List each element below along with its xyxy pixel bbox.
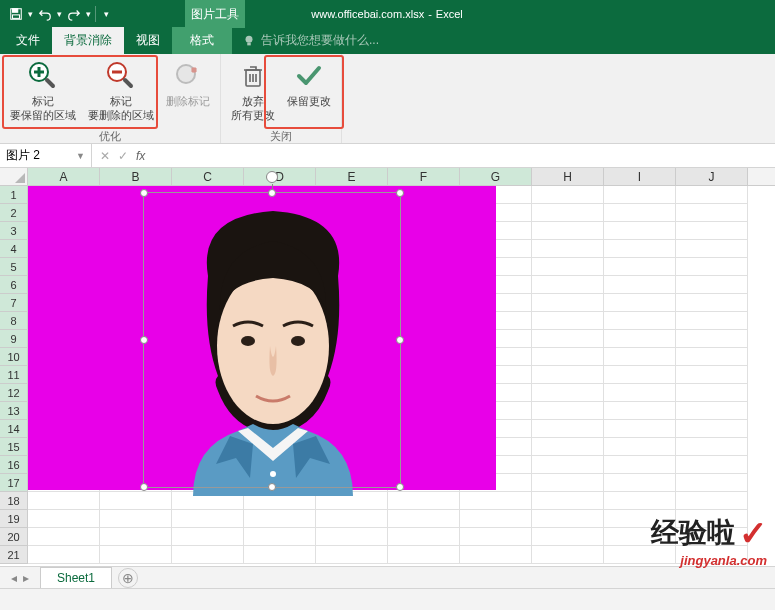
cell[interactable] (244, 510, 316, 528)
cell[interactable] (604, 366, 676, 384)
cell[interactable] (676, 258, 748, 276)
cell[interactable] (100, 510, 172, 528)
cell[interactable] (172, 510, 244, 528)
cell[interactable] (676, 294, 748, 312)
cell[interactable] (532, 438, 604, 456)
cell[interactable] (604, 420, 676, 438)
cell[interactable] (676, 420, 748, 438)
column-header[interactable]: D (244, 168, 316, 185)
cell[interactable] (532, 276, 604, 294)
cell[interactable] (388, 546, 460, 564)
cell[interactable] (316, 528, 388, 546)
cell[interactable] (604, 348, 676, 366)
cell[interactable] (388, 510, 460, 528)
column-header[interactable]: J (676, 168, 748, 185)
cell[interactable] (316, 546, 388, 564)
cell[interactable] (316, 510, 388, 528)
cell[interactable] (676, 366, 748, 384)
cell[interactable] (676, 438, 748, 456)
mark-remove-button[interactable]: 标记 要删除的区域 (82, 56, 160, 127)
tab-format[interactable]: 格式 (172, 27, 232, 54)
rotate-handle[interactable] (266, 171, 278, 183)
cell[interactable] (604, 456, 676, 474)
resize-handle[interactable] (396, 189, 404, 197)
cell[interactable] (604, 438, 676, 456)
mark-keep-button[interactable]: 标记 要保留的区域 (4, 56, 82, 127)
cell[interactable] (388, 528, 460, 546)
resize-handle[interactable] (268, 483, 276, 491)
row-header[interactable]: 12 (0, 384, 28, 402)
cell[interactable] (532, 348, 604, 366)
cell[interactable] (676, 384, 748, 402)
row-header[interactable]: 14 (0, 420, 28, 438)
resize-handle[interactable] (140, 483, 148, 491)
cell[interactable] (532, 294, 604, 312)
cell[interactable] (532, 492, 604, 510)
resize-handle[interactable] (140, 336, 148, 344)
cell[interactable] (676, 330, 748, 348)
prev-sheet-icon[interactable]: ◂ (11, 571, 17, 585)
chevron-down-icon[interactable]: ▼ (76, 151, 85, 161)
keep-changes-button[interactable]: 保留更改 (281, 56, 337, 127)
row-header[interactable]: 19 (0, 510, 28, 528)
row-header[interactable]: 8 (0, 312, 28, 330)
cell[interactable] (676, 456, 748, 474)
cell[interactable] (244, 528, 316, 546)
cell[interactable] (676, 204, 748, 222)
resize-handle[interactable] (396, 336, 404, 344)
cell[interactable] (676, 348, 748, 366)
cell[interactable] (604, 312, 676, 330)
cell[interactable] (244, 546, 316, 564)
cell[interactable] (676, 312, 748, 330)
cell[interactable] (532, 384, 604, 402)
cell[interactable] (676, 222, 748, 240)
redo-button[interactable] (64, 4, 84, 24)
cell[interactable] (604, 402, 676, 420)
cell[interactable] (532, 222, 604, 240)
undo-button[interactable] (35, 4, 55, 24)
row-header[interactable]: 21 (0, 546, 28, 564)
cell[interactable] (532, 258, 604, 276)
cell[interactable] (172, 528, 244, 546)
cancel-icon[interactable]: ✕ (100, 149, 110, 163)
row-header[interactable]: 2 (0, 204, 28, 222)
row-header[interactable]: 11 (0, 366, 28, 384)
cell[interactable] (604, 330, 676, 348)
cell[interactable] (28, 546, 100, 564)
cell[interactable] (532, 366, 604, 384)
cell[interactable] (28, 510, 100, 528)
column-header[interactable]: H (532, 168, 604, 185)
cell[interactable] (604, 258, 676, 276)
cell[interactable] (604, 492, 676, 510)
discard-changes-button[interactable]: 放弃 所有更改 (225, 56, 281, 127)
cell[interactable] (532, 330, 604, 348)
cell[interactable] (532, 204, 604, 222)
row-header[interactable]: 3 (0, 222, 28, 240)
cell[interactable] (604, 294, 676, 312)
cell[interactable] (604, 186, 676, 204)
cell[interactable] (100, 546, 172, 564)
row-header[interactable]: 6 (0, 276, 28, 294)
tab-background-removal[interactable]: 背景消除 (52, 27, 124, 54)
enter-icon[interactable]: ✓ (118, 149, 128, 163)
row-header[interactable]: 1 (0, 186, 28, 204)
column-header[interactable]: I (604, 168, 676, 185)
row-header[interactable]: 13 (0, 402, 28, 420)
cell[interactable] (604, 384, 676, 402)
row-header[interactable]: 9 (0, 330, 28, 348)
tab-file[interactable]: 文件 (4, 27, 52, 54)
crop-marquee[interactable] (143, 192, 401, 488)
row-header[interactable]: 15 (0, 438, 28, 456)
sheet-tab[interactable]: Sheet1 (40, 567, 112, 588)
row-header[interactable]: 20 (0, 528, 28, 546)
resize-handle[interactable] (140, 189, 148, 197)
tell-me-search[interactable]: 告诉我您想要做什么... (232, 27, 389, 54)
inserted-picture[interactable] (28, 186, 496, 490)
name-box[interactable]: 图片 2 ▼ (0, 144, 92, 167)
resize-handle[interactable] (396, 483, 404, 491)
column-header[interactable]: C (172, 168, 244, 185)
cell[interactable] (388, 492, 460, 510)
fx-icon[interactable]: fx (136, 149, 145, 163)
cell[interactable] (676, 474, 748, 492)
cell[interactable] (460, 546, 532, 564)
